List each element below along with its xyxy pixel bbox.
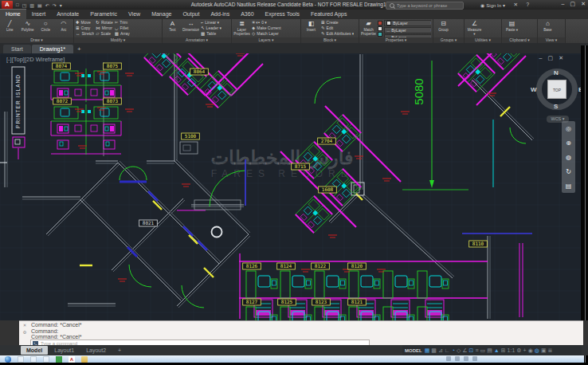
workspace-icon[interactable]: ⚙ [516,346,521,355]
viewport-close-icon[interactable]: ✕ [559,55,563,61]
linear-button[interactable]: ⌐Linear ▾ [201,20,221,25]
ribbon-tab-insert[interactable]: Insert [26,10,52,19]
viewport-minimize-icon[interactable]: ‒ [539,55,543,61]
line-button[interactable]: ╱Line [2,20,18,37]
plot-icon[interactable]: ▤ [37,2,42,8]
leader-button[interactable]: ↖Leader ▾ [201,26,221,30]
layout-tab-model[interactable]: Model [21,346,48,355]
close-icon[interactable]: ✕ [23,323,27,328]
redo-icon[interactable]: ↷ [53,2,57,8]
match-layer-button[interactable]: ◇Match Layer [252,31,281,36]
folder-icon[interactable] [81,356,88,363]
customization-icon[interactable]: ≣ [548,346,553,355]
tray-icon[interactable] [472,356,477,361]
annotation-scale-icon[interactable]: 1:1 [508,346,515,355]
table-button[interactable]: ▦Table [201,31,221,36]
viewcube-south[interactable]: S [554,103,558,110]
pan-icon[interactable]: ◎ [566,125,571,132]
0-button[interactable]: ☀◐▪0 ▾ [252,20,281,25]
isodraft-icon[interactable]: ◇ [457,346,461,355]
move-button[interactable]: ✚Move [76,20,94,25]
clean-screen-icon[interactable]: ▣ [541,346,547,355]
ribbon-tab-a360[interactable]: A360 [235,10,259,19]
zoom-icon[interactable]: ⊕ [566,139,571,147]
polyline-button[interactable]: ∿Polyline [20,20,37,37]
autoscale-icon[interactable]: ⊞ [501,346,506,355]
mirror-button[interactable]: ⋈Mirror [96,26,112,30]
rotate-button[interactable]: ↻Rotate [96,20,112,25]
panel-footer-draw[interactable]: Draw ▾ [0,37,73,43]
panel-footer-utilities[interactable]: Utilities ▾ [465,37,501,43]
color-chip[interactable] [378,21,382,26]
panel-footer-view[interactable]: View ▾ [538,37,565,43]
panel-footer-clipboard[interactable]: Clipboard ▾ [502,37,537,43]
open-file-icon[interactable]: ◳ [22,2,27,8]
panel-footer-modify[interactable]: Modify ▾ [74,37,162,43]
ribbon-tab-annotate[interactable]: Annotate [51,10,84,19]
object-color-dropdown[interactable]: ByLayer▾ [384,20,431,26]
ribbon-tab-output[interactable]: Output [177,10,205,19]
exchange-icon[interactable]: ✕ [514,2,518,8]
annotation-monitor-icon[interactable]: + [523,346,527,355]
viewcube-top-face[interactable]: TOP [547,80,566,99]
panel-footer-groups[interactable]: Groups ▾ [433,37,464,43]
new-layout-button[interactable]: + [112,346,127,355]
polar-tracking-icon[interactable]: ◔ [452,346,455,355]
restore-icon[interactable]: ▢ [570,1,576,7]
navbar-menu-icon[interactable]: ▤ [566,182,572,190]
panel-footer-properties[interactable]: Properties ▾ [359,37,433,43]
layout-tab-layout2[interactable]: Layout2 [80,346,112,355]
close-icon[interactable]: ✕ [581,1,586,7]
arc-button[interactable]: ◠Arc [56,20,73,37]
command-window[interactable]: ✕ ⚙ Command: *Cancel*Command:Command: *C… [19,320,583,346]
search-input[interactable]: Type a keyword or phrase [386,2,464,10]
drawing-canvas[interactable]: فارس المخططات FARES RECORD [0,53,581,320]
ribbon-tab-parametric[interactable]: Parametric [84,10,123,19]
layout-tab-layout1[interactable]: Layout1 [49,346,80,355]
paste-button[interactable]: ▤Paste ▾ [504,20,520,37]
scale-button[interactable]: ▱Scale [96,31,112,36]
panel-footer-block[interactable]: Block ▾ [301,37,359,43]
create-button[interactable]: ⊞Create [321,20,354,25]
isolate-objects-icon[interactable]: ◉ [528,346,533,355]
grid-icon[interactable]: ▦ [425,346,430,355]
viewcube-west[interactable]: W [531,86,537,93]
panel-footer-layers[interactable]: Layers ▾ [232,37,300,43]
new-file-icon[interactable]: □ [16,2,19,7]
trim-button[interactable]: ✂Trim [115,20,130,25]
document-icon[interactable] [30,356,37,363]
annotation-visibility-icon[interactable]: ▲ [494,346,500,355]
steering-wheel-icon[interactable]: ◍ [566,154,571,161]
start-button[interactable] [5,356,11,363]
ribbon-tab-manage[interactable]: Manage [146,10,177,19]
transparency-icon[interactable]: ▭ [480,346,486,355]
infer-constraints-icon[interactable]: ⊿ [438,346,443,355]
lineweight-icon[interactable]: ≡ [475,346,478,355]
panel-footer-annotation[interactable]: Annotation ▾ [163,37,231,43]
viewport-label[interactable]: [-][Top][2D Wireframe] [6,56,65,63]
orbit-icon[interactable]: ↻ [566,168,571,175]
make-current-button[interactable]: ◈Make Current [252,26,281,30]
tray-icon[interactable] [446,356,451,361]
dimension-button[interactable]: ↔Dimension [182,20,199,37]
sign-in-button[interactable]: ◉Sign In▾ [480,2,505,9]
help-icon[interactable]: ? [526,2,529,7]
save-icon[interactable]: ▥ [29,2,34,8]
tray-icon[interactable] [455,356,460,361]
autocad-logo-icon[interactable]: A [2,1,13,9]
file-tab-drawing1-[interactable]: Drawing1* [32,45,73,53]
text-button[interactable]: AText [164,20,181,37]
browser-icon[interactable] [18,356,24,363]
graphics-performance-icon[interactable]: ◍ [535,346,539,355]
circle-button[interactable]: ○Circle [37,20,54,37]
minimize-icon[interactable]: ‒ [562,1,565,7]
osnap-icon[interactable]: ⊡ [469,346,474,355]
file-tab-start[interactable]: Start [3,45,31,53]
customize-icon[interactable]: ⚙ [23,330,27,335]
fillet-button[interactable]: ◡Fillet [115,26,130,30]
ribbon-tab-featured-apps[interactable]: Featured Apps [305,10,353,19]
ribbon-tab-view[interactable]: View [123,10,146,19]
viewcube-east[interactable]: E [578,86,581,93]
stretch-button[interactable]: ↔Stretch [76,31,94,36]
osnap-tracking-icon[interactable]: ∠ [462,346,467,355]
